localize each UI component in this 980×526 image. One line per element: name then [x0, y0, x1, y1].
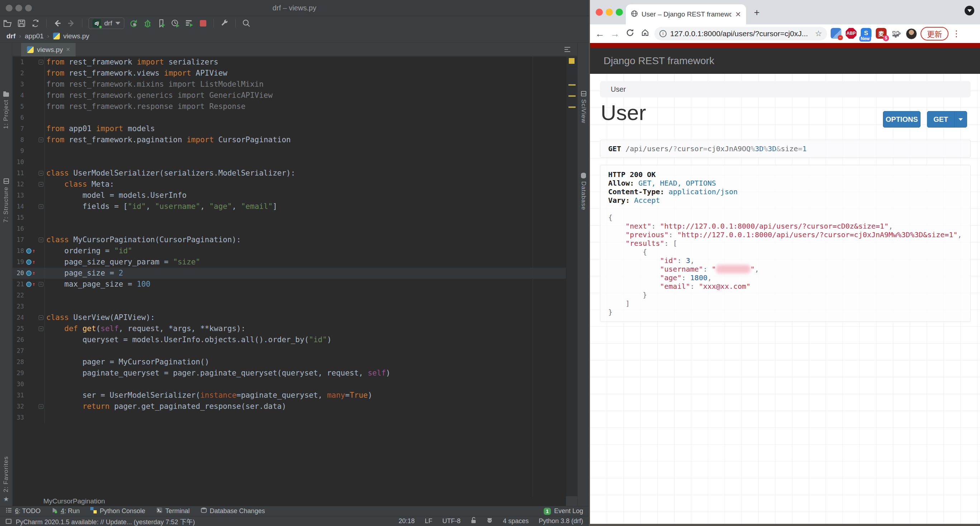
line-number[interactable]: 3	[13, 79, 24, 90]
forward-icon[interactable]	[67, 19, 76, 28]
editor-breadcrumb[interactable]: MyCursorPagination	[13, 496, 566, 506]
bookmark-star-icon[interactable]: ☆	[815, 29, 822, 38]
line-number[interactable]: 29	[13, 368, 24, 379]
line-number[interactable]: 17	[13, 234, 24, 245]
coverage-icon[interactable]	[157, 19, 166, 28]
fold-marker-icon[interactable]: ˄	[38, 401, 45, 412]
minimize-window-icon[interactable]	[606, 9, 613, 16]
editor-marker-bar[interactable]	[566, 57, 578, 496]
line-number[interactable]: 21	[13, 279, 24, 290]
editor-tab-options-icon[interactable]	[564, 46, 571, 53]
line-number[interactable]: 12	[13, 179, 24, 190]
new-tab-icon[interactable]: +	[754, 8, 760, 17]
stop-icon[interactable]	[199, 19, 207, 27]
overriding-attribute-icon[interactable]: ↑	[24, 257, 38, 268]
reload-icon[interactable]	[624, 28, 636, 40]
back-icon[interactable]: ←	[594, 28, 606, 40]
toolwindow-button[interactable]: Database Changes	[200, 507, 265, 515]
extension-icon-1[interactable]: −	[830, 28, 842, 40]
breadcrumb-item[interactable]: drf	[6, 32, 15, 40]
overriding-attribute-icon[interactable]: ↑	[24, 268, 38, 279]
fold-marker-icon[interactable]: −	[38, 234, 45, 245]
hector-icon[interactable]	[487, 517, 493, 525]
status-message[interactable]: PyCharm 2020.1.5 available: // Update...…	[16, 517, 195, 526]
line-number[interactable]: 16	[13, 223, 24, 234]
line-number[interactable]: 7	[13, 123, 24, 134]
toolwindow-button[interactable]: Terminal	[156, 507, 190, 515]
line-number[interactable]: 19	[13, 257, 24, 268]
drf-breadcrumb[interactable]: User	[600, 81, 971, 97]
fold-marker-icon[interactable]: −	[38, 312, 45, 323]
line-number[interactable]: 4	[13, 90, 24, 101]
debug-icon[interactable]	[143, 19, 152, 28]
update-browser-button[interactable]: 更新	[921, 27, 948, 40]
line-number[interactable]: 25	[13, 323, 24, 334]
back-icon[interactable]	[52, 19, 62, 28]
chrome-menu-icon[interactable]: ⋮	[952, 32, 958, 35]
extension-icon-s[interactable]: S New	[861, 28, 872, 40]
warning-marker[interactable]	[568, 107, 576, 108]
fold-marker-icon[interactable]: ˄	[38, 279, 45, 290]
line-number[interactable]: 10	[13, 156, 24, 168]
line-number[interactable]: 8	[13, 134, 24, 145]
line-number[interactable]: 20	[13, 268, 24, 279]
search-icon[interactable]	[242, 19, 251, 28]
status-widget[interactable]: UTF-8	[442, 517, 461, 525]
status-widget[interactable]: Python 3.8 (drf)	[539, 517, 583, 525]
line-number[interactable]: 2	[13, 68, 24, 79]
line-number[interactable]: 23	[13, 301, 24, 312]
code-editor[interactable]: 1−from rest_framework import serializers…	[13, 57, 566, 496]
status-widget[interactable]: LF	[425, 517, 432, 525]
profiler-icon[interactable]	[171, 19, 180, 28]
sync-icon[interactable]	[31, 19, 40, 28]
forward-icon[interactable]: →	[609, 28, 621, 40]
fold-marker-icon[interactable]: ˄	[38, 201, 45, 212]
line-number[interactable]: 27	[13, 346, 24, 357]
settings-wrench-icon[interactable]	[220, 19, 229, 28]
line-number[interactable]: 30	[13, 379, 24, 390]
warning-marker[interactable]	[568, 84, 576, 86]
rerun-icon[interactable]	[129, 19, 138, 28]
overriding-attribute-icon[interactable]: ↑	[24, 245, 38, 257]
fold-marker-icon[interactable]: −	[38, 134, 45, 145]
concurrency-icon[interactable]	[185, 19, 194, 28]
unlock-icon[interactable]	[471, 517, 476, 525]
close-tab-icon[interactable]: ×	[66, 46, 70, 53]
get-button[interactable]: GET	[928, 115, 954, 124]
event-log-button[interactable]: 1Event Log	[544, 507, 583, 515]
line-number[interactable]: 22	[13, 290, 24, 301]
profile-avatar[interactable]	[906, 28, 917, 40]
run-config-selector[interactable]: dj drf	[89, 18, 124, 29]
close-tab-icon[interactable]: ✕	[735, 10, 741, 19]
extensions-puzzle-icon[interactable]: 🧩︎	[891, 28, 902, 40]
save-icon[interactable]	[17, 19, 26, 28]
status-widget[interactable]: 4 spaces	[503, 517, 529, 525]
line-number[interactable]: 14	[13, 201, 24, 212]
open-icon[interactable]	[3, 19, 12, 28]
fold-marker-icon[interactable]: −	[38, 323, 45, 334]
breadcrumb-item[interactable]: app01	[25, 32, 44, 40]
fold-marker-icon[interactable]: −	[38, 179, 45, 190]
line-number[interactable]: 32	[13, 401, 24, 412]
line-number[interactable]: 24	[13, 312, 24, 323]
status-window-icon[interactable]	[6, 519, 11, 524]
tab-views-py[interactable]: views.py ×	[21, 43, 76, 56]
sidebar-item-project[interactable]: 1: Project	[0, 92, 12, 129]
status-widget[interactable]: 20:18	[399, 517, 415, 525]
fold-marker-icon[interactable]: −	[38, 168, 45, 179]
breadcrumb-item[interactable]: views.py	[64, 32, 89, 40]
url-text[interactable]: 127.0.0.1:8000/api/users/?cursor=cj0xJ..…	[670, 29, 811, 38]
line-number[interactable]: 11	[13, 168, 24, 179]
toolwindow-button[interactable]: 4: Run	[51, 507, 80, 515]
line-number[interactable]: 31	[13, 390, 24, 401]
line-number[interactable]: 6	[13, 112, 24, 123]
fold-marker-icon[interactable]: −	[38, 57, 45, 68]
adblock-plus-icon[interactable]: ABP	[846, 28, 857, 40]
line-number[interactable]: 13	[13, 190, 24, 201]
home-icon[interactable]	[640, 28, 651, 40]
sidebar-item-favorites[interactable]: 2: Favorites ★	[0, 456, 12, 503]
sidebar-item-structure[interactable]: 7: Structure	[0, 179, 12, 223]
inspections-status-icon[interactable]	[569, 58, 574, 64]
warning-marker[interactable]	[568, 95, 576, 97]
line-number[interactable]: 1	[13, 57, 24, 68]
